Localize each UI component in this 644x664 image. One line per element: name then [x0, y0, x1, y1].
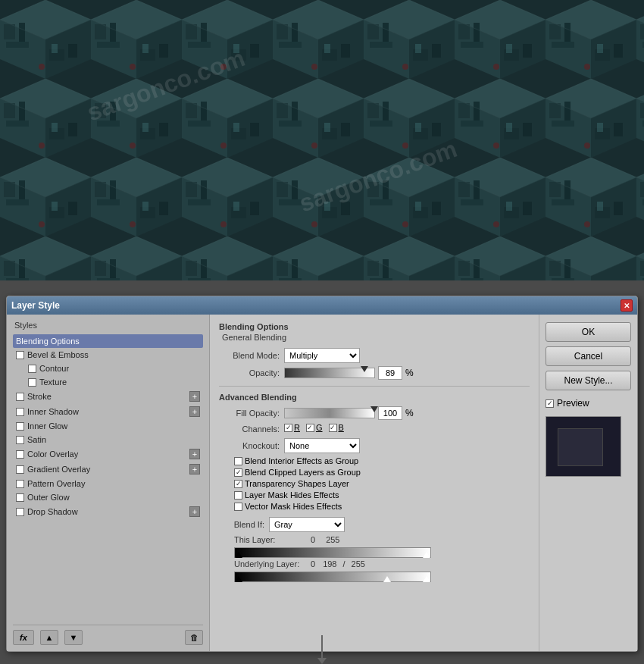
knockout-select[interactable]: None Shallow Deep — [284, 438, 360, 453]
texture-checkbox[interactable] — [28, 378, 36, 387]
pointer-arrow — [317, 658, 327, 664]
bevel-emboss-checkbox[interactable] — [16, 351, 24, 359]
opacity-label: Opacity: — [219, 368, 280, 377]
stroke-add-button[interactable]: + — [189, 391, 200, 402]
underlying-right-thumb[interactable] — [423, 576, 430, 582]
blend-interior-checkbox[interactable] — [234, 457, 242, 465]
color-overlay-add-button[interactable]: + — [189, 449, 200, 459]
blend-clipped-row[interactable]: Blend Clipped Layers as Group — [234, 468, 530, 477]
fill-opacity-slider-container: % — [284, 406, 414, 420]
preview-checkbox[interactable] — [546, 399, 554, 408]
transparency-shapes-row[interactable]: Transparency Shapes Layer — [234, 479, 530, 488]
fill-opacity-input[interactable] — [378, 406, 402, 420]
vector-mask-row[interactable]: Vector Mask Hides Effects — [234, 502, 530, 511]
style-item-label: Bevel & Emboss — [27, 350, 89, 359]
underlying-max: 255 — [352, 559, 365, 568]
inner-shadow-checkbox[interactable] — [16, 408, 24, 416]
underlying-mid-left-thumb[interactable] — [383, 576, 391, 582]
fill-opacity-slider[interactable] — [284, 408, 375, 418]
pointer-line — [321, 635, 323, 658]
contour-checkbox[interactable] — [28, 365, 36, 373]
this-layer-label: This Layer: — [234, 535, 306, 544]
new-style-button[interactable]: New Style... — [546, 371, 631, 390]
fill-opacity-label: Fill Opacity: — [219, 409, 280, 418]
style-item-inner-glow[interactable]: Inner Glow — [13, 419, 203, 433]
blend-clipped-checkbox[interactable] — [234, 468, 242, 477]
style-item-label: Stroke — [27, 392, 52, 401]
style-item-color-overlay[interactable]: Color Overlay + — [13, 446, 203, 462]
underlying-mid: 198 — [323, 559, 336, 568]
style-item-label: Contour — [39, 364, 69, 373]
cancel-button[interactable]: Cancel — [546, 346, 631, 366]
fx-label-button[interactable]: fx — [13, 630, 34, 645]
fx-down-button[interactable]: ▼ — [64, 630, 83, 645]
style-item-pattern-overlay[interactable]: Pattern Overlay — [13, 477, 203, 490]
opacity-row: Opacity: % — [219, 366, 530, 380]
drop-shadow-checkbox[interactable] — [16, 508, 24, 516]
satin-checkbox[interactable] — [16, 436, 24, 444]
layer-mask-checkbox[interactable] — [234, 491, 242, 500]
underlying-left-thumb[interactable] — [235, 576, 242, 582]
opacity-slider[interactable] — [284, 368, 375, 378]
this-layer-gradient-bar[interactable] — [234, 547, 431, 558]
blend-if-select[interactable]: Gray Red Green Blue — [269, 517, 345, 532]
stroke-checkbox[interactable] — [16, 393, 24, 401]
this-layer-right-thumb[interactable] — [423, 552, 430, 558]
style-item-label: Inner Shadow — [27, 407, 79, 416]
drop-shadow-add-button[interactable]: + — [189, 506, 200, 517]
vector-mask-checkbox[interactable] — [234, 503, 242, 511]
inner-shadow-add-button[interactable]: + — [189, 406, 200, 417]
style-item-label: Satin — [27, 435, 46, 444]
fill-opacity-row: Fill Opacity: % — [219, 406, 530, 420]
layer-mask-row[interactable]: Layer Mask Hides Effects — [234, 490, 530, 500]
section-subtitle: General Blending — [219, 333, 530, 342]
style-item-stroke[interactable]: Stroke + — [13, 389, 203, 404]
this-layer-row: This Layer: 0 255 — [234, 535, 530, 544]
outer-glow-checkbox[interactable] — [16, 493, 24, 502]
channel-b-checkbox[interactable] — [329, 424, 337, 432]
channel-g-checkbox[interactable] — [306, 424, 314, 432]
channel-g[interactable]: G — [306, 423, 323, 432]
color-overlay-checkbox[interactable] — [16, 450, 24, 459]
opacity-slider-thumb — [361, 366, 368, 372]
underlying-layer-gradient-container — [234, 572, 530, 582]
fx-up-button[interactable]: ▲ — [40, 630, 58, 645]
fx-delete-button[interactable]: 🗑 — [185, 630, 203, 645]
style-item-texture[interactable]: Texture — [13, 375, 203, 389]
styles-section-label: Styles — [13, 321, 203, 330]
layer-mask-label: Layer Mask Hides Effects — [245, 490, 339, 500]
style-item-satin[interactable]: Satin — [13, 433, 203, 446]
transparency-shapes-checkbox[interactable] — [234, 480, 242, 488]
blend-mode-select[interactable]: Multiply Normal Screen Overlay — [284, 348, 360, 363]
style-item-label: Inner Glow — [27, 421, 67, 431]
advanced-blending-title: Advanced Blending — [219, 393, 530, 402]
left-panel: Styles Blending Options Bevel & Emboss C… — [7, 315, 210, 651]
gradient-overlay-checkbox[interactable] — [16, 465, 24, 474]
gradient-overlay-add-button[interactable]: + — [189, 464, 200, 475]
channel-b[interactable]: B — [329, 423, 344, 432]
style-item-contour[interactable]: Contour — [13, 362, 203, 375]
style-item-blending-options[interactable]: Blending Options — [13, 334, 203, 348]
pattern-overlay-checkbox[interactable] — [16, 480, 24, 488]
style-item-inner-shadow[interactable]: Inner Shadow + — [13, 404, 203, 419]
style-item-drop-shadow[interactable]: Drop Shadow + — [13, 504, 203, 519]
underlying-layer-gradient-bar[interactable] — [234, 572, 431, 582]
blend-interior-row[interactable]: Blend Interior Effects as Group — [234, 456, 530, 465]
style-item-label: Outer Glow — [27, 493, 70, 502]
channels-checkboxes: R G B — [284, 423, 344, 432]
style-item-outer-glow[interactable]: Outer Glow — [13, 490, 203, 504]
underlying-layer-label: Underlying Layer: — [234, 559, 306, 568]
section-title: Blending Options — [219, 322, 530, 331]
fill-opacity-thumb — [370, 406, 378, 412]
layer-style-dialog: Layer Style ✕ Styles Blending Options Be… — [6, 296, 638, 652]
channel-r-checkbox[interactable] — [284, 424, 292, 432]
ok-button[interactable]: OK — [546, 322, 631, 342]
channel-r[interactable]: R — [284, 423, 300, 432]
inner-glow-checkbox[interactable] — [16, 422, 24, 431]
style-item-bevel-emboss[interactable]: Bevel & Emboss — [13, 348, 203, 362]
this-layer-left-thumb[interactable] — [235, 552, 242, 558]
style-item-gradient-overlay[interactable]: Gradient Overlay + — [13, 462, 203, 477]
close-button[interactable]: ✕ — [621, 299, 633, 312]
opacity-value-input[interactable] — [378, 366, 402, 380]
opacity-slider-container: % — [284, 366, 414, 380]
